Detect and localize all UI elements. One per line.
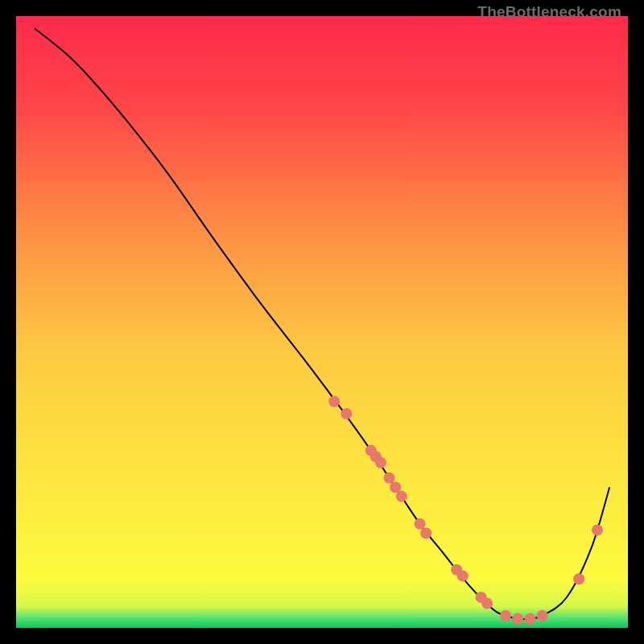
highlight-point	[457, 570, 469, 581]
highlight-point	[500, 610, 511, 621]
gradient-background	[16, 16, 628, 628]
highlight-point	[415, 518, 426, 530]
highlight-point	[384, 473, 395, 484]
highlight-point	[592, 524, 603, 535]
highlight-point	[512, 613, 523, 625]
highlight-point	[524, 613, 535, 625]
highlight-point	[420, 527, 431, 539]
chart-frame	[16, 16, 628, 628]
highlight-point	[341, 408, 352, 419]
highlight-point	[481, 598, 493, 609]
watermark-text: TheBottleneck.com	[477, 3, 621, 21]
highlight-point	[573, 573, 584, 584]
highlight-point	[396, 491, 407, 502]
highlight-point	[375, 457, 386, 469]
highlight-point	[390, 481, 401, 493]
highlight-point	[537, 610, 548, 621]
highlight-point	[328, 396, 340, 407]
chart-svg	[16, 16, 628, 628]
